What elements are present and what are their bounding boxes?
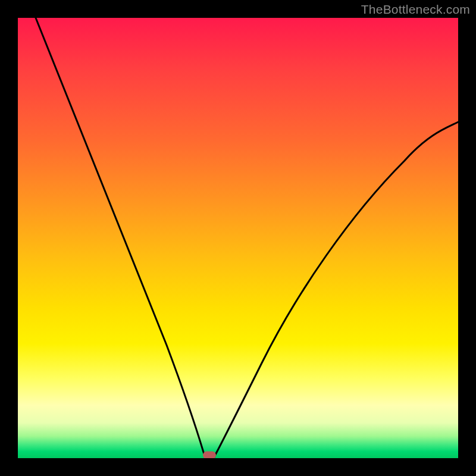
curve-right-branch	[214, 122, 458, 457]
bottleneck-curve	[18, 18, 458, 458]
bottleneck-marker	[203, 452, 216, 459]
curve-left-branch	[36, 18, 205, 457]
plot-area	[18, 18, 458, 458]
chart-frame: TheBottleneck.com	[0, 0, 476, 476]
watermark-text: TheBottleneck.com	[361, 2, 470, 17]
